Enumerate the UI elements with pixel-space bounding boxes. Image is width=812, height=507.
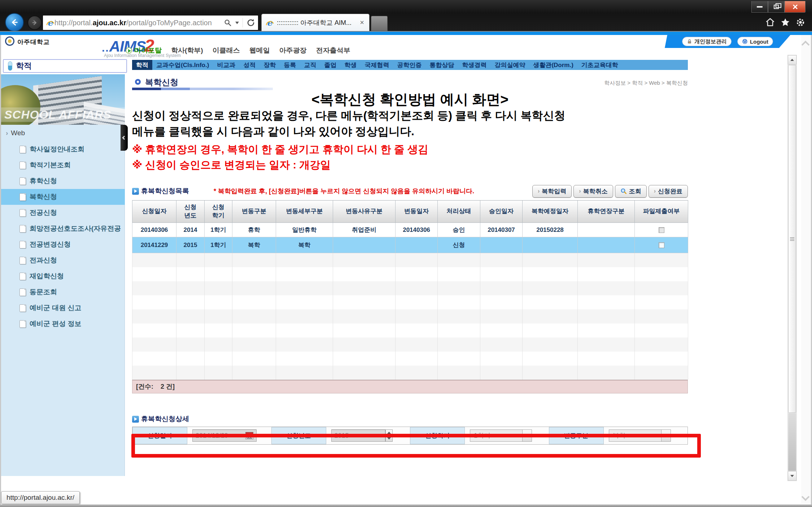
scrollbar-thumb[interactable] [788,65,796,413]
sidebar-item-1[interactable]: 학적기본조회 [1,157,125,173]
page-icon [19,177,26,185]
sidebar-group[interactable]: ›Web [6,129,25,137]
column-header-2[interactable]: 신청 학기 [205,200,232,223]
list-button-0[interactable]: ›복학입력 [532,185,572,198]
cell [132,352,176,366]
column-header-7[interactable]: 처리상태 [438,200,480,223]
column-header-4[interactable]: 변동세부구분 [276,200,333,223]
nav-item-14[interactable]: 생활관(Dorm.) [529,60,577,70]
nav-item-9[interactable]: 국제협력 [361,60,393,70]
nav-item-15[interactable]: 기초교육대학 [577,60,622,70]
cell [480,267,523,281]
nav-item-10[interactable]: 공학인증 [393,60,425,70]
scroll-up-button[interactable] [788,55,796,65]
sidebar-item-4[interactable]: 전공신청 [1,205,125,221]
sidebar-item-7[interactable]: 전과신청 [1,252,125,268]
privacy-settings-button[interactable]: 개인정보관리 [682,37,732,46]
nav-item-13[interactable]: 강의실예약 [490,60,529,70]
nav-item-2[interactable]: 비교과 [213,60,239,70]
sidebar-item-10[interactable]: 예비군 대원 신고 [1,300,125,316]
column-header-1[interactable]: 신청 년도 [176,200,205,223]
scrollbar-track[interactable] [788,413,796,471]
settings-gear-icon[interactable] [795,17,806,27]
nav-item-0[interactable]: 학적 [132,60,152,70]
tab-close-icon[interactable]: × [358,18,366,27]
cell [578,281,635,295]
play-icon [126,47,132,54]
file-submit-checkbox[interactable] [659,242,664,248]
column-header-6[interactable]: 변동일자 [396,200,438,223]
favorites-star-icon[interactable] [780,17,790,27]
nav-item-6[interactable]: 교직 [300,60,320,70]
cell [205,366,232,380]
cell [205,295,232,309]
search-icon[interactable] [224,19,232,27]
nav-item-11[interactable]: 통합상담 [425,60,458,70]
column-header-5[interactable]: 변동사유구분 [333,200,396,223]
nav-item-12[interactable]: 학생경력 [458,60,490,70]
cell [333,352,396,366]
page-top-border [0,32,812,35]
sidebar-item-5[interactable]: 희망전공선호도조사(자유전공 [1,221,125,237]
back-button[interactable] [5,13,24,32]
minimize-button[interactable] [751,1,768,13]
column-header-8[interactable]: 승인일자 [480,200,523,223]
refresh-icon[interactable] [246,18,255,27]
top-menu-item-4[interactable]: 아주광장 [279,46,307,55]
cell [578,338,635,352]
search-dropdown-icon[interactable] [235,22,239,24]
sidebar-item-8[interactable]: 재입학신청 [1,268,125,284]
top-menu-label: 웹메일 [249,46,270,55]
sidebar-item-0[interactable]: 학사일정안내조회 [1,141,125,157]
nav-item-5[interactable]: 등록 [280,60,300,70]
triangle-up-icon [790,59,794,61]
cell [480,352,523,366]
browser-tab[interactable]: e :::::::::::: 아주대학교 AIM... × [261,14,370,31]
top-menu-item-5[interactable]: 전자출석부 [316,46,350,55]
list-button-3[interactable]: ›신청완료 [649,185,688,198]
close-button[interactable] [785,1,806,13]
cell [232,281,276,295]
scroll-down-button[interactable] [788,471,796,481]
cell: 20140307 [480,223,523,237]
vertical-scrollbar[interactable] [787,55,797,481]
column-header-3[interactable]: 변동구분 [232,200,276,223]
column-header-11[interactable]: 파일제출여부 [635,200,688,223]
home-icon[interactable] [765,17,775,27]
cell [578,237,635,253]
nav-item-7[interactable]: 졸업 [320,60,340,70]
sidebar-item-11[interactable]: 예비군 편성 정보 [1,316,125,332]
address-bar[interactable]: e http://portal.ajou.ac.kr/portal/goToMy… [43,15,258,30]
list-button-2[interactable]: 조회 [615,185,647,198]
top-menu-item-0[interactable]: 마이포탈 [126,46,162,55]
sidebar-item-3[interactable]: 복학신청 [1,189,125,205]
nav-item-1[interactable]: 교과수업(Cls.Info.) [152,60,213,70]
forward-button[interactable] [27,16,42,30]
table-row[interactable]: 2014030620141학기휴학일반휴학취업준비20140306승인20140… [132,223,688,237]
new-tab-button[interactable] [371,16,388,31]
column-header-10[interactable]: 휴학연장구분 [578,200,635,223]
table-header-row: 신청일자신청 년도신청 학기변동구분변동세부구분변동사유구분변동일자처리상태승인… [132,200,688,223]
cell [333,267,396,281]
list-button-1[interactable]: ›복학취소 [573,185,613,198]
top-menu-item-3[interactable]: 웹메일 [249,46,270,55]
sidebar-item-label: 전공신청 [30,208,57,217]
top-menu-item-2[interactable]: 이클래스 [213,46,240,55]
file-submit-checkbox[interactable] [659,227,664,233]
nav-item-4[interactable]: 장학 [259,60,280,70]
sidebar-item-9[interactable]: 동문조회 [1,284,125,300]
top-menu-item-1[interactable]: 학사(학부) [171,46,203,55]
main-navbar: 학적교과수업(Cls.Info.)비교과성적장학등록교직졸업학생국제협력공학인증… [132,60,688,70]
restore-button[interactable] [768,1,785,13]
column-header-0[interactable]: 신청일자 [132,200,176,223]
cell [205,309,232,323]
highlight-annotation [131,434,701,458]
sidebar-collapse-handle[interactable] [121,125,128,151]
nav-item-8[interactable]: 학생 [340,60,361,70]
table-row[interactable]: 2014122920151학기복학복학신청 [132,237,688,253]
sidebar-item-6[interactable]: 전공변경신청 [1,237,125,252]
logout-button[interactable]: Logout [737,37,773,46]
sidebar-item-2[interactable]: 휴학신청 [1,173,125,189]
column-header-9[interactable]: 복학예정일자 [523,200,578,223]
nav-item-3[interactable]: 성적 [239,60,259,70]
